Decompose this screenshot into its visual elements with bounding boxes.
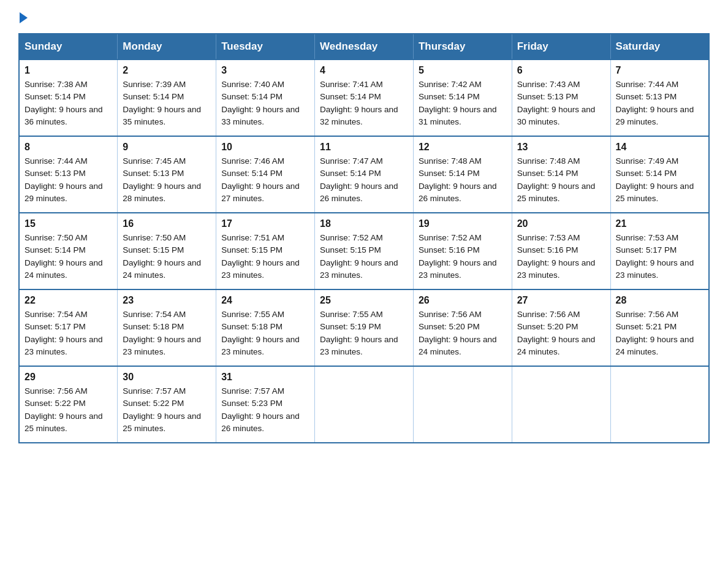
sunrise-label: Sunrise: 7:54 AM [25, 310, 88, 319]
sunset-label: Sunset: 5:15 PM [221, 245, 282, 255]
daylight-label: Daylight: 9 hours and 27 minutes. [221, 182, 300, 203]
day-info: Sunrise: 7:39 AM Sunset: 5:14 PM Dayligh… [123, 79, 211, 128]
calendar-cell: 26 Sunrise: 7:56 AM Sunset: 5:20 PM Dayl… [413, 289, 512, 366]
sunset-label: Sunset: 5:16 PM [419, 245, 480, 255]
day-info: Sunrise: 7:56 AM Sunset: 5:21 PM Dayligh… [616, 308, 703, 358]
day-number: 15 [25, 218, 112, 229]
day-number: 25 [320, 295, 408, 306]
calendar-cell: 18 Sunrise: 7:52 AM Sunset: 5:15 PM Dayl… [315, 213, 414, 289]
daylight-label: Daylight: 9 hours and 33 minutes. [221, 105, 300, 126]
calendar-cell: 22 Sunrise: 7:54 AM Sunset: 5:17 PM Dayl… [19, 289, 118, 366]
sunset-label: Sunset: 5:18 PM [123, 322, 184, 331]
daylight-label: Daylight: 9 hours and 24 minutes. [616, 335, 694, 356]
day-info: Sunrise: 7:48 AM Sunset: 5:14 PM Dayligh… [419, 155, 507, 205]
day-number: 9 [123, 142, 211, 153]
sunset-label: Sunset: 5:15 PM [123, 245, 184, 255]
daylight-label: Daylight: 9 hours and 23 minutes. [320, 335, 398, 356]
sunrise-label: Sunrise: 7:56 AM [616, 310, 679, 319]
calendar-cell: 24 Sunrise: 7:55 AM Sunset: 5:18 PM Dayl… [216, 289, 315, 366]
calendar-cell [512, 366, 610, 443]
day-info: Sunrise: 7:40 AM Sunset: 5:14 PM Dayligh… [221, 79, 309, 128]
sunset-label: Sunset: 5:17 PM [616, 245, 677, 255]
sunset-label: Sunset: 5:14 PM [616, 169, 677, 178]
sunset-label: Sunset: 5:13 PM [25, 169, 86, 178]
calendar-week-row: 1 Sunrise: 7:38 AM Sunset: 5:14 PM Dayli… [19, 59, 709, 136]
sunset-label: Sunset: 5:13 PM [123, 169, 184, 178]
sunset-label: Sunset: 5:17 PM [25, 322, 86, 331]
calendar-week-row: 8 Sunrise: 7:44 AM Sunset: 5:13 PM Dayli… [19, 136, 709, 213]
sunset-label: Sunset: 5:14 PM [320, 92, 381, 101]
daylight-label: Daylight: 9 hours and 23 minutes. [123, 335, 201, 356]
day-info: Sunrise: 7:43 AM Sunset: 5:13 PM Dayligh… [517, 79, 605, 128]
sunrise-label: Sunrise: 7:55 AM [320, 310, 383, 319]
calendar-header-row: SundayMondayTuesdayWednesdayThursdayFrid… [19, 34, 709, 59]
calendar-cell: 13 Sunrise: 7:48 AM Sunset: 5:14 PM Dayl… [512, 136, 610, 213]
day-number: 19 [419, 218, 507, 229]
daylight-label: Daylight: 9 hours and 36 minutes. [25, 105, 103, 126]
daylight-label: Daylight: 9 hours and 23 minutes. [25, 335, 103, 356]
logo-general-line [18, 12, 28, 23]
calendar-cell: 5 Sunrise: 7:42 AM Sunset: 5:14 PM Dayli… [413, 59, 512, 136]
calendar-week-row: 22 Sunrise: 7:54 AM Sunset: 5:17 PM Dayl… [19, 289, 709, 366]
sunrise-label: Sunrise: 7:41 AM [320, 80, 383, 89]
day-number: 11 [320, 142, 408, 153]
daylight-label: Daylight: 9 hours and 29 minutes. [616, 105, 694, 126]
daylight-label: Daylight: 9 hours and 29 minutes. [25, 182, 103, 203]
day-info: Sunrise: 7:57 AM Sunset: 5:22 PM Dayligh… [123, 385, 211, 435]
daylight-label: Daylight: 9 hours and 23 minutes. [221, 258, 300, 280]
sunset-label: Sunset: 5:14 PM [123, 92, 184, 101]
daylight-label: Daylight: 9 hours and 23 minutes. [517, 258, 596, 280]
calendar-cell: 30 Sunrise: 7:57 AM Sunset: 5:22 PM Dayl… [118, 366, 216, 443]
sunrise-label: Sunrise: 7:52 AM [320, 233, 383, 242]
sunrise-label: Sunrise: 7:40 AM [221, 80, 284, 89]
calendar-cell: 27 Sunrise: 7:56 AM Sunset: 5:20 PM Dayl… [512, 289, 610, 366]
daylight-label: Daylight: 9 hours and 24 minutes. [419, 335, 497, 356]
sunset-label: Sunset: 5:19 PM [320, 322, 381, 331]
day-number: 29 [25, 372, 112, 383]
sunrise-label: Sunrise: 7:45 AM [123, 156, 186, 166]
sunrise-label: Sunrise: 7:50 AM [123, 233, 186, 242]
calendar-cell: 14 Sunrise: 7:49 AM Sunset: 5:14 PM Dayl… [610, 136, 709, 213]
day-header-friday: Friday [512, 34, 610, 59]
calendar-cell: 23 Sunrise: 7:54 AM Sunset: 5:18 PM Dayl… [118, 289, 216, 366]
daylight-label: Daylight: 9 hours and 23 minutes. [419, 258, 497, 280]
sunset-label: Sunset: 5:14 PM [419, 169, 480, 178]
sunrise-label: Sunrise: 7:56 AM [419, 310, 482, 319]
sunrise-label: Sunrise: 7:43 AM [517, 80, 580, 89]
sunset-label: Sunset: 5:14 PM [517, 169, 578, 178]
sunset-label: Sunset: 5:14 PM [25, 92, 86, 101]
day-info: Sunrise: 7:50 AM Sunset: 5:14 PM Dayligh… [25, 232, 112, 282]
sunset-label: Sunset: 5:15 PM [320, 245, 381, 255]
day-header-saturday: Saturday [610, 34, 709, 59]
sunset-label: Sunset: 5:16 PM [517, 245, 578, 255]
calendar-cell [315, 366, 414, 443]
daylight-label: Daylight: 9 hours and 26 minutes. [320, 182, 398, 203]
daylight-label: Daylight: 9 hours and 23 minutes. [221, 335, 300, 356]
calendar-cell: 2 Sunrise: 7:39 AM Sunset: 5:14 PM Dayli… [118, 59, 216, 136]
day-number: 10 [221, 142, 309, 153]
day-info: Sunrise: 7:45 AM Sunset: 5:13 PM Dayligh… [123, 155, 211, 205]
sunset-label: Sunset: 5:14 PM [419, 92, 480, 101]
day-number: 27 [517, 295, 605, 306]
sunrise-label: Sunrise: 7:53 AM [517, 233, 580, 242]
calendar-cell: 19 Sunrise: 7:52 AM Sunset: 5:16 PM Dayl… [413, 213, 512, 289]
sunrise-label: Sunrise: 7:48 AM [419, 156, 482, 166]
calendar-cell: 12 Sunrise: 7:48 AM Sunset: 5:14 PM Dayl… [413, 136, 512, 213]
calendar-cell: 25 Sunrise: 7:55 AM Sunset: 5:19 PM Dayl… [315, 289, 414, 366]
sunrise-label: Sunrise: 7:54 AM [123, 310, 186, 319]
day-header-tuesday: Tuesday [216, 34, 315, 59]
sunset-label: Sunset: 5:14 PM [221, 169, 282, 178]
day-info: Sunrise: 7:38 AM Sunset: 5:14 PM Dayligh… [25, 79, 112, 128]
daylight-label: Daylight: 9 hours and 24 minutes. [25, 258, 103, 280]
sunset-label: Sunset: 5:13 PM [517, 92, 578, 101]
daylight-label: Daylight: 9 hours and 24 minutes. [517, 335, 596, 356]
sunrise-label: Sunrise: 7:46 AM [221, 156, 284, 166]
day-number: 28 [616, 295, 703, 306]
day-number: 16 [123, 218, 211, 229]
day-number: 20 [517, 218, 605, 229]
day-number: 21 [616, 218, 703, 229]
day-number: 1 [25, 65, 112, 76]
sunset-label: Sunset: 5:14 PM [320, 169, 381, 178]
sunset-label: Sunset: 5:23 PM [221, 399, 282, 408]
sunrise-label: Sunrise: 7:56 AM [517, 310, 580, 319]
